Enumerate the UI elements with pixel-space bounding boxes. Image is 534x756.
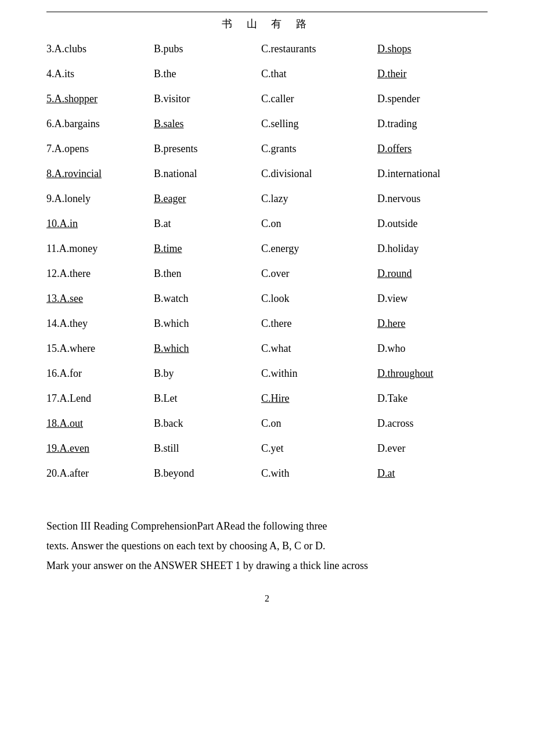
- option-d: D.throughout: [377, 366, 493, 381]
- section-paragraph: Section III Reading ComprehensionPart AR…: [46, 516, 488, 536]
- option-d: D.offers: [377, 141, 493, 157]
- option-a: 18.A.out: [46, 416, 154, 431]
- question-row: 11.A.moneyB.timeC.energyD.holiday: [46, 241, 488, 257]
- option-a: 11.A.money: [46, 241, 154, 257]
- option-b: B.eager: [154, 191, 261, 207]
- option-a: 4.A.its: [46, 66, 154, 82]
- option-b: B.by: [154, 366, 261, 381]
- option-c: C.within: [261, 366, 377, 381]
- question-row: 3.A.clubsB.pubsC.restaurantsD.shops: [46, 41, 488, 57]
- option-a: 6.A.bargains: [46, 116, 154, 132]
- option-a: 16.A.for: [46, 366, 154, 381]
- option-c: C.on: [261, 216, 377, 232]
- option-c: C.that: [261, 66, 377, 82]
- option-c: C.what: [261, 341, 377, 357]
- option-a: 10.A.in: [46, 216, 154, 232]
- question-row: 16.A.forB.byC.withinD.throughout: [46, 366, 488, 381]
- question-row: 20.A.afterB.beyondC.withD.at: [46, 466, 488, 481]
- option-c: C.yet: [261, 441, 377, 456]
- option-a: 7.A.opens: [46, 141, 154, 157]
- question-row: 15.A.whereB.whichC.whatD.who: [46, 341, 488, 357]
- option-b: B.watch: [154, 291, 261, 307]
- page-number: 2: [46, 593, 488, 604]
- option-b: B.at: [154, 216, 261, 232]
- option-b: B.sales: [154, 116, 261, 132]
- option-b: B.still: [154, 441, 261, 456]
- question-row: 10.A.inB.atC.onD.outside: [46, 216, 488, 232]
- option-a: 5.A.shopper: [46, 91, 154, 107]
- option-a: 8.A.rovincial: [46, 166, 154, 182]
- option-b: B.presents: [154, 141, 261, 157]
- option-d: D.shops: [377, 41, 493, 57]
- option-b: B.Let: [154, 391, 261, 406]
- option-d: D.outside: [377, 216, 493, 232]
- question-row: 18.A.outB.backC.onD.across: [46, 416, 488, 431]
- question-row: 8.A.rovincialB.nationalC.divisionalD.int…: [46, 166, 488, 182]
- option-b: B.time: [154, 241, 261, 257]
- option-b: B.which: [154, 341, 261, 357]
- option-a: 13.A.see: [46, 291, 154, 307]
- option-d: D.spender: [377, 91, 493, 107]
- option-a: 12.A.there: [46, 266, 154, 282]
- option-d: D.nervous: [377, 191, 493, 207]
- option-d: D.who: [377, 341, 493, 357]
- option-c: C.restaurants: [261, 41, 377, 57]
- option-c: C.lazy: [261, 191, 377, 207]
- option-a: 20.A.after: [46, 466, 154, 481]
- header-title: 书 山 有 路: [222, 17, 312, 31]
- question-row: 4.A.itsB.theC.thatD.their: [46, 66, 488, 82]
- option-c: C.grants: [261, 141, 377, 157]
- option-a: 9.A.lonely: [46, 191, 154, 207]
- option-a: 14.A.they: [46, 316, 154, 332]
- question-row: 7.A.opensB.presentsC.grantsD.offers: [46, 141, 488, 157]
- option-d: D.international: [377, 166, 493, 182]
- option-b: B.then: [154, 266, 261, 282]
- option-a: 3.A.clubs: [46, 41, 154, 57]
- option-c: C.Hire: [261, 391, 377, 406]
- option-d: D.across: [377, 416, 493, 431]
- option-d: D.at: [377, 466, 493, 481]
- option-a: 19.A.even: [46, 441, 154, 456]
- header-line: 书 山 有 路: [46, 12, 488, 31]
- question-row: 6.A.bargainsB.salesC.sellingD.trading: [46, 116, 488, 132]
- option-b: B.pubs: [154, 41, 261, 57]
- option-c: C.on: [261, 416, 377, 431]
- option-c: C.selling: [261, 116, 377, 132]
- option-a: 15.A.where: [46, 341, 154, 357]
- question-row: 5.A.shopperB.visitorC.callerD.spender: [46, 91, 488, 107]
- question-row: 19.A.evenB.stillC.yetD.ever: [46, 441, 488, 456]
- option-c: C.with: [261, 466, 377, 481]
- option-c: C.energy: [261, 241, 377, 257]
- option-b: B.beyond: [154, 466, 261, 481]
- option-b: B.visitor: [154, 91, 261, 107]
- option-d: D.round: [377, 266, 493, 282]
- option-b: B.which: [154, 316, 261, 332]
- question-row: 17.A.LendB.LetC.HireD.Take: [46, 391, 488, 406]
- option-d: D.ever: [377, 441, 493, 456]
- option-c: C.look: [261, 291, 377, 307]
- option-d: D.Take: [377, 391, 493, 406]
- questions-container: 3.A.clubsB.pubsC.restaurantsD.shops4.A.i…: [46, 41, 488, 481]
- option-c: C.divisional: [261, 166, 377, 182]
- question-row: 14.A.theyB.whichC.thereD.here: [46, 316, 488, 332]
- option-d: D.holiday: [377, 241, 493, 257]
- section-paragraph-3: Mark your answer on the ANSWER SHEET 1 b…: [46, 556, 488, 575]
- page-container: 书 山 有 路 3.A.clubsB.pubsC.restaurantsD.sh…: [0, 0, 534, 756]
- option-b: B.the: [154, 66, 261, 82]
- option-d: D.their: [377, 66, 493, 82]
- option-a: 17.A.Lend: [46, 391, 154, 406]
- section-text: Section III Reading ComprehensionPart AR…: [46, 516, 488, 576]
- option-d: D.view: [377, 291, 493, 307]
- option-d: D.trading: [377, 116, 493, 132]
- question-row: 13.A.seeB.watchC.lookD.view: [46, 291, 488, 307]
- question-row: 12.A.thereB.thenC.overD.round: [46, 266, 488, 282]
- option-c: C.over: [261, 266, 377, 282]
- option-b: B.back: [154, 416, 261, 431]
- question-row: 9.A.lonelyB.eagerC.lazyD.nervous: [46, 191, 488, 207]
- option-c: C.caller: [261, 91, 377, 107]
- section-paragraph-2: texts. Answer the questions on each text…: [46, 536, 488, 556]
- option-c: C.there: [261, 316, 377, 332]
- option-d: D.here: [377, 316, 493, 332]
- option-b: B.national: [154, 166, 261, 182]
